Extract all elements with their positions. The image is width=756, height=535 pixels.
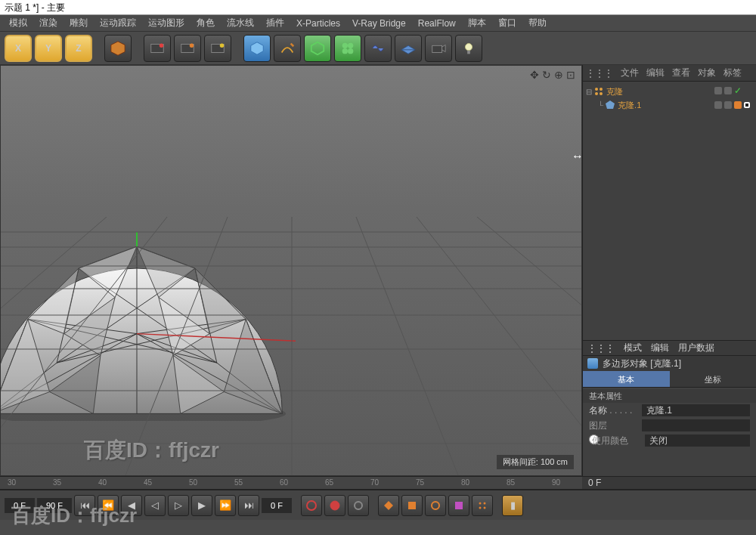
ruler-tick: 40 xyxy=(98,478,107,487)
tab-coord[interactable]: 坐标 xyxy=(670,371,757,387)
ruler-tick: 30 xyxy=(8,478,16,487)
deformer-button[interactable] xyxy=(364,35,392,62)
svg-point-10 xyxy=(342,42,348,48)
attr-tab-userdata[interactable]: 用户数据 xyxy=(678,342,714,354)
menu-xparticles[interactable]: X-Particles xyxy=(290,17,346,30)
menu-vray[interactable]: V-Ray Bridge xyxy=(346,17,412,30)
menu-script[interactable]: 脚本 xyxy=(462,15,492,31)
play-fwd-button[interactable]: ▷ xyxy=(168,495,189,516)
svg-point-63 xyxy=(484,506,486,509)
svg-point-18 xyxy=(465,43,472,50)
ruler-tick: 75 xyxy=(416,478,424,487)
rotate-key-button[interactable] xyxy=(425,495,446,516)
array-button[interactable] xyxy=(334,35,361,62)
menu-simulate[interactable]: 模拟 xyxy=(3,15,33,31)
tab-edit[interactable]: 编辑 xyxy=(646,66,665,79)
prop-usecolor-label: 使用颜色 xyxy=(592,434,645,447)
object-tree[interactable]: ⊟ 克隆 └ 克隆.1 ✓ xyxy=(583,82,756,340)
svg-point-53 xyxy=(307,501,316,510)
ruler-tick: 70 xyxy=(370,478,379,487)
render-settings-button[interactable] xyxy=(204,35,231,62)
svg-rect-16 xyxy=(432,45,442,52)
autokey-button[interactable] xyxy=(324,495,345,516)
grid-icon[interactable]: ⋮⋮⋮ xyxy=(586,68,613,79)
pla-key-button[interactable] xyxy=(472,495,493,516)
title-bar: 示题 1 *] - 主要 xyxy=(0,0,756,15)
menu-pipeline[interactable]: 流水线 xyxy=(221,15,260,31)
cloner-icon xyxy=(593,86,604,97)
tab-tags[interactable]: 标签 xyxy=(723,66,742,79)
tab-view[interactable]: 查看 xyxy=(672,66,690,79)
menu-motiontrack[interactable]: 运动跟踪 xyxy=(94,15,142,31)
spline-button[interactable] xyxy=(274,35,301,62)
cube-tool-button[interactable] xyxy=(104,35,132,62)
polygon-icon xyxy=(605,100,615,110)
svg-point-55 xyxy=(355,502,362,509)
layout-button[interactable]: ▮ xyxy=(502,495,523,516)
next-frame-button[interactable]: ▶ xyxy=(191,495,212,516)
attributes-panel: ⋮⋮⋮ 模式 编辑 用户数据 多边形对象 [克隆.1] 基本 坐标 基本属性 名… xyxy=(583,340,756,476)
tab-basic[interactable]: 基本 xyxy=(583,371,670,387)
axis-x-button[interactable]: X xyxy=(5,35,32,62)
menu-render[interactable]: 渲染 xyxy=(33,15,64,31)
svg-line-43 xyxy=(356,217,469,476)
ruler-tick: 85 xyxy=(507,478,515,487)
menu-mograph[interactable]: 运动图形 xyxy=(142,15,191,31)
grid-icon[interactable]: ⋮⋮⋮ xyxy=(587,343,615,354)
axis-z-button[interactable]: Z xyxy=(65,35,92,62)
prop-layer-label: 图层 xyxy=(589,419,642,432)
expand-icon[interactable]: ⊟ xyxy=(586,88,592,96)
prop-name-field[interactable]: 克隆.1 xyxy=(642,404,750,416)
axis-y-button[interactable]: Y xyxy=(35,35,62,62)
primitive-button[interactable] xyxy=(243,35,271,62)
render-pv-button[interactable] xyxy=(174,35,201,62)
grid-spacing-label: 网格间距: 100 cm xyxy=(497,455,574,469)
move-key-button[interactable] xyxy=(378,495,399,516)
menu-plugins[interactable]: 插件 xyxy=(260,15,290,31)
viewport-nav-icons[interactable]: ✥ ↻ ⊕ ⊡ xyxy=(530,69,575,81)
ruler-tick: 60 xyxy=(280,478,288,487)
floor-button[interactable] xyxy=(395,35,422,62)
generator-button[interactable] xyxy=(304,35,331,62)
menu-sculpt[interactable]: 雕刻 xyxy=(64,15,94,31)
main-toolbar: X Y Z xyxy=(0,32,756,65)
menu-character[interactable]: 角色 xyxy=(191,15,221,31)
param-key-button[interactable] xyxy=(448,495,469,516)
prop-usecolor-field[interactable]: 关闭 xyxy=(645,434,750,447)
ruler-tick: 80 xyxy=(461,478,469,487)
menu-realflow[interactable]: RealFlow xyxy=(412,17,462,30)
polygon-icon xyxy=(587,358,598,369)
tab-file[interactable]: 文件 xyxy=(621,66,639,79)
svg-marker-9 xyxy=(311,42,324,54)
tab-objects[interactable]: 对象 xyxy=(698,66,716,79)
svg-point-13 xyxy=(348,48,353,54)
viewport-3d[interactable]: ✥ ↻ ⊕ ⊡ xyxy=(0,65,582,476)
menu-window[interactable]: 窗口 xyxy=(492,15,522,31)
timeline-ruler[interactable]: 30354045505560657075808590 0 F xyxy=(0,476,756,490)
scale-key-button[interactable] xyxy=(401,495,423,516)
svg-point-54 xyxy=(330,501,339,510)
tree-label: 克隆.1 xyxy=(618,100,641,111)
frame-cur-field[interactable]: 0 F xyxy=(262,498,292,513)
goto-end-button[interactable]: ⏭ xyxy=(238,495,259,516)
play-rev-button[interactable]: ◁ xyxy=(144,495,166,516)
attr-tab-mode[interactable]: 模式 xyxy=(624,342,642,354)
ruler-frame-display: 0 F xyxy=(582,477,756,489)
basic-props-header: 基本属性 xyxy=(583,389,756,403)
menu-help[interactable]: 帮助 xyxy=(522,15,553,31)
svg-line-47 xyxy=(477,217,581,476)
svg-point-61 xyxy=(484,502,486,504)
attr-tab-edit[interactable]: 编辑 xyxy=(651,342,669,354)
record-button[interactable] xyxy=(301,495,322,516)
render-view-button[interactable] xyxy=(144,35,171,62)
ruler-tick: 50 xyxy=(189,478,197,487)
ruler-tick: 90 xyxy=(552,478,560,487)
svg-point-6 xyxy=(220,43,225,48)
next-key-button[interactable]: ⏩ xyxy=(215,495,236,516)
keyframe-button[interactable] xyxy=(348,495,369,516)
prop-layer-field[interactable] xyxy=(642,419,750,431)
watermark-1: 百度ID：ffjczr xyxy=(84,436,219,465)
light-button[interactable] xyxy=(455,35,482,62)
watermark-3: 百度ID：ffjczr xyxy=(11,503,137,529)
camera-button[interactable] xyxy=(425,35,452,62)
